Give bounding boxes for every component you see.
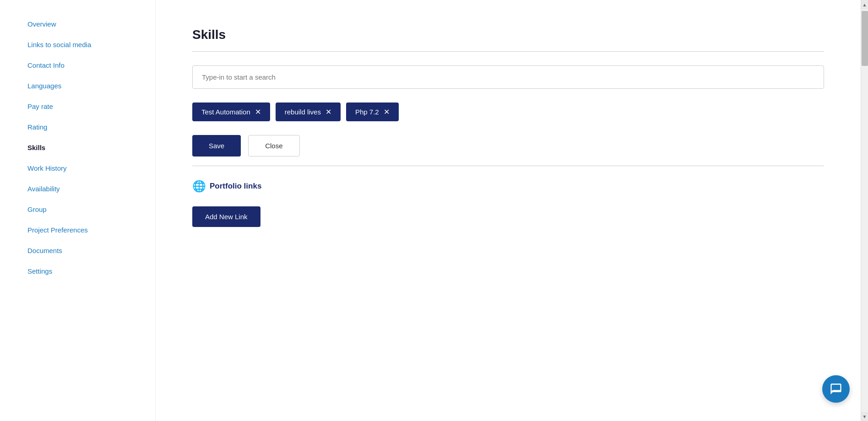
tag-rebuild-lives-remove-button[interactable]: ✕ (326, 108, 331, 116)
tag-test-automation-remove-button[interactable]: ✕ (255, 108, 261, 116)
portfolio-title: Portfolio links (210, 182, 261, 191)
sidebar-item-work-history[interactable]: Work History (27, 158, 155, 178)
sidebar-item-project-preferences[interactable]: Project Preferences (27, 220, 155, 240)
scrollbar-track: ▲ ▼ (861, 0, 868, 421)
scroll-up-arrow[interactable]: ▲ (861, 0, 868, 9)
sidebar-item-pay-rate[interactable]: Pay rate (27, 96, 155, 117)
sidebar-item-links-to-social-media[interactable]: Links to social media (27, 34, 155, 55)
section-divider (192, 166, 824, 166)
title-divider (192, 51, 824, 52)
tag-php72: Php 7.2✕ (346, 103, 399, 121)
tag-test-automation-label: Test Automation (201, 108, 250, 116)
tag-php72-remove-button[interactable]: ✕ (384, 108, 390, 116)
tag-test-automation: Test Automation✕ (192, 103, 270, 121)
sidebar-item-skills: Skills (27, 137, 155, 158)
main-content: Skills Test Automation✕rebuild lives✕Php… (156, 0, 861, 421)
sidebar: OverviewLinks to social mediaContact Inf… (0, 0, 156, 421)
portfolio-header: 🌐 Portfolio links (192, 180, 824, 193)
sidebar-item-documents[interactable]: Documents (27, 240, 155, 261)
chat-icon (830, 383, 842, 395)
add-new-link-button[interactable]: Add New Link (192, 206, 260, 227)
portfolio-section: 🌐 Portfolio links Add New Link (192, 180, 824, 227)
sidebar-item-group[interactable]: Group (27, 199, 155, 220)
sidebar-item-availability[interactable]: Availability (27, 178, 155, 199)
sidebar-item-overview[interactable]: Overview (27, 14, 155, 34)
sidebar-item-settings[interactable]: Settings (27, 261, 155, 281)
chat-button[interactable] (822, 375, 850, 403)
close-button[interactable]: Close (248, 135, 299, 157)
page-title: Skills (192, 27, 824, 42)
tag-rebuild-lives-label: rebuild lives (285, 108, 321, 116)
sidebar-item-contact-info[interactable]: Contact Info (27, 55, 155, 76)
globe-icon: 🌐 (192, 180, 205, 193)
scroll-down-arrow[interactable]: ▼ (861, 412, 868, 421)
tag-php72-label: Php 7.2 (355, 108, 379, 116)
skills-search-input[interactable] (192, 65, 824, 89)
tag-rebuild-lives: rebuild lives✕ (276, 103, 341, 121)
save-button[interactable]: Save (192, 135, 241, 157)
sidebar-item-rating[interactable]: Rating (27, 117, 155, 137)
skills-tags-row: Test Automation✕rebuild lives✕Php 7.2✕ (192, 103, 824, 121)
scrollbar-thumb[interactable] (862, 11, 868, 66)
action-buttons: Save Close (192, 135, 824, 157)
sidebar-item-languages[interactable]: Languages (27, 76, 155, 96)
